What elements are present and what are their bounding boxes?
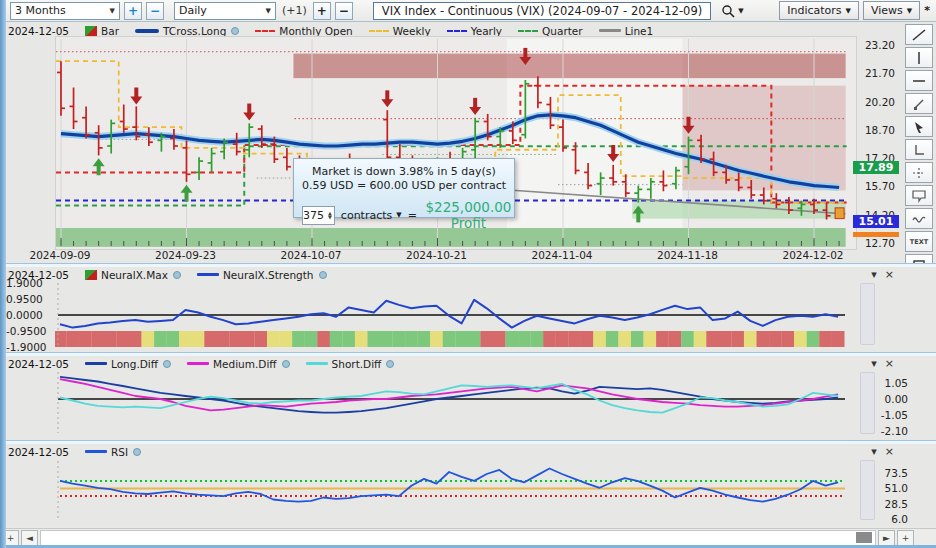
views-label: Views bbox=[871, 4, 903, 17]
bar-series-icon bbox=[85, 26, 97, 36]
pointer-tool[interactable] bbox=[905, 116, 933, 137]
indicators-label: Indicators bbox=[787, 4, 841, 17]
range-zoom-out-button[interactable]: − bbox=[146, 2, 164, 20]
text-tool[interactable]: TEXT bbox=[905, 231, 933, 252]
wave-icon bbox=[911, 212, 927, 226]
neuralx-panel: 2024-12-05 NeuralX.Max NeuralX.Strength … bbox=[0, 267, 936, 352]
scrollbar-thumb[interactable] bbox=[856, 532, 872, 543]
panel-controls: ▾ × bbox=[871, 357, 894, 370]
legend-item-quarter[interactable]: Quarter bbox=[518, 25, 583, 37]
views-menu-button[interactable]: Views ▼ bbox=[863, 1, 920, 20]
close-panel-button[interactable]: × bbox=[885, 268, 894, 281]
range-select[interactable]: 3 Months ▼ bbox=[10, 2, 120, 20]
date-axis: 2024-09-092024-09-232024-10-072024-10-21… bbox=[0, 249, 936, 262]
angle-tool[interactable] bbox=[905, 139, 933, 160]
series-settings-dot[interactable] bbox=[319, 271, 327, 279]
series-settings-dot[interactable] bbox=[173, 271, 181, 279]
range-select-value: 3 Months bbox=[15, 4, 66, 17]
legend-item-neuralx-max[interactable]: NeuralX.Max bbox=[85, 269, 181, 281]
callout-icon bbox=[911, 189, 927, 203]
legend-label: Line1 bbox=[625, 25, 654, 37]
horizontal-scrollbar[interactable]: + ◄ ► + bbox=[0, 528, 936, 546]
legend-item-medium-diff[interactable]: Medium.Diff bbox=[187, 358, 290, 370]
zoom-plus-right-button[interactable]: + bbox=[897, 530, 914, 546]
legend-item-monthly-open[interactable]: Monthly Open bbox=[255, 25, 352, 37]
scrollbar-track[interactable] bbox=[40, 530, 876, 546]
yearly-line-icon bbox=[447, 30, 467, 32]
contracts-spinner[interactable]: 375 ▲▼ bbox=[302, 206, 335, 225]
legend-label: NeuralX.Max bbox=[101, 269, 168, 281]
legend-item-weekly[interactable]: Weekly bbox=[369, 25, 431, 37]
axis-tick-label: 12.70 bbox=[855, 237, 895, 249]
neuralx-plot[interactable] bbox=[55, 281, 865, 347]
axis-tick-label: -0.9500 bbox=[6, 325, 50, 337]
scroll-left-button[interactable]: ◄ bbox=[21, 530, 38, 546]
legend-item-long-diff[interactable]: Long.Diff bbox=[85, 358, 171, 370]
tcross-line-icon bbox=[135, 29, 159, 33]
neuralx-strength-icon bbox=[197, 273, 219, 276]
axis-tick-label: 1.05 bbox=[874, 377, 908, 389]
offset-label: (+1) bbox=[282, 4, 307, 17]
legend-item-yearly[interactable]: Yearly bbox=[447, 25, 502, 37]
crosshair-tool[interactable] bbox=[905, 162, 933, 183]
collapse-panel-button[interactable]: ▾ bbox=[871, 357, 877, 370]
axis-tick-label: -1.05 bbox=[874, 409, 908, 421]
legend-item-short-diff[interactable]: Short.Diff bbox=[306, 358, 395, 370]
vertical-line-tool[interactable] bbox=[905, 47, 933, 68]
spinner-arrows-icon[interactable]: ▲▼ bbox=[326, 211, 334, 219]
legend-item-tcross-long[interactable]: TCross.Long bbox=[135, 25, 239, 37]
panel-scroll-strip[interactable] bbox=[860, 283, 875, 345]
horizontal-line-tool[interactable] bbox=[905, 70, 933, 91]
rsi-plot[interactable] bbox=[55, 459, 865, 521]
symbol-title-box[interactable]: VIX Index - Continuous (VIX) (2024-09-07… bbox=[373, 2, 711, 20]
date-tick-label: 2024-11-18 bbox=[643, 249, 733, 261]
pencil-tool[interactable] bbox=[905, 93, 933, 114]
close-panel-button[interactable]: × bbox=[885, 445, 894, 458]
panel-scroll-strip[interactable] bbox=[860, 460, 875, 520]
trend-line-tool[interactable] bbox=[905, 24, 933, 45]
scroll-right-button[interactable]: ► bbox=[878, 530, 895, 546]
legend-item-rsi[interactable]: RSI bbox=[85, 446, 141, 458]
equals-sign: = bbox=[408, 209, 417, 222]
bar-plus-button[interactable]: + bbox=[313, 2, 331, 20]
angle-icon bbox=[911, 143, 927, 157]
period-select[interactable]: Daily ▼ bbox=[174, 2, 276, 20]
series-settings-dot[interactable] bbox=[386, 360, 394, 368]
axis-tick-label: 73.5 bbox=[874, 467, 908, 479]
symbol-search[interactable]: ▼ bbox=[721, 4, 743, 18]
axis-tick-label: 23.20 bbox=[855, 39, 895, 51]
axis-tick-label: 6.0 bbox=[874, 513, 908, 525]
bar-minus-button[interactable]: − bbox=[335, 2, 353, 20]
legend-item-line1[interactable]: Line1 bbox=[599, 25, 654, 37]
close-panel-button[interactable]: × bbox=[885, 357, 894, 370]
panel-controls: ▾ × bbox=[871, 268, 894, 281]
wave-tool[interactable] bbox=[905, 208, 933, 229]
cursor-date: 2024-12-05 bbox=[8, 358, 69, 370]
chevron-down-icon: ▼ bbox=[846, 7, 851, 15]
indicators-menu-button[interactable]: Indicators ▼ bbox=[779, 1, 859, 20]
legend-item-bar[interactable]: Bar bbox=[85, 25, 119, 37]
axis-tick-label: 1.9000 bbox=[6, 277, 50, 289]
panel-controls: ▾ × bbox=[871, 445, 894, 458]
legend-item-neuralx-strength[interactable]: NeuralX.Strength bbox=[197, 269, 327, 281]
axis-tick-label: 21.70 bbox=[855, 67, 895, 79]
series-settings-dot[interactable] bbox=[163, 360, 171, 368]
panel-scroll-strip[interactable] bbox=[860, 372, 875, 434]
callout-tool[interactable] bbox=[905, 185, 933, 206]
last-price-badge bbox=[853, 232, 899, 237]
medium-diff-icon bbox=[187, 362, 209, 365]
diff-plot[interactable] bbox=[55, 370, 865, 435]
contracts-value[interactable]: 375 bbox=[303, 209, 326, 222]
collapse-panel-button[interactable]: ▾ bbox=[871, 445, 877, 458]
series-settings-dot[interactable] bbox=[133, 448, 141, 456]
series-settings-dot[interactable] bbox=[231, 27, 239, 35]
date-tick-label: 2024-11-04 bbox=[517, 249, 607, 261]
date-tick-label: 2024-09-23 bbox=[141, 249, 231, 261]
diff-panel: 2024-12-05 Long.Diff Medium.Diff Short.D… bbox=[0, 356, 936, 440]
contracts-dropdown[interactable]: contracts ▼ bbox=[341, 209, 402, 222]
legend-label: Bar bbox=[101, 25, 119, 37]
short-diff-icon bbox=[306, 362, 328, 365]
series-settings-dot[interactable] bbox=[282, 360, 290, 368]
range-zoom-in-button[interactable]: + bbox=[124, 2, 142, 20]
collapse-panel-button[interactable]: ▾ bbox=[871, 268, 877, 281]
